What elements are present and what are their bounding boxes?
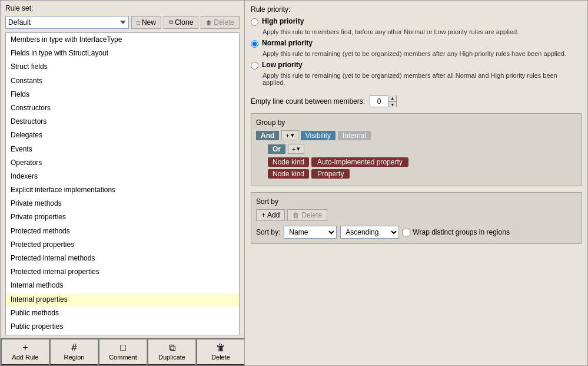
new-button[interactable]: □ New: [131, 16, 161, 29]
visibility-tag[interactable]: Visibility: [301, 131, 335, 140]
sort-delete-icon: 🗑: [293, 211, 300, 219]
low-priority-option: Low priority: [251, 61, 582, 70]
sort-by-label: Sort by:: [256, 228, 280, 236]
or-button[interactable]: Or: [268, 144, 285, 154]
add-or-condition-button[interactable]: + ▾: [288, 144, 304, 154]
node-kind-tag-1[interactable]: Node kind: [268, 157, 309, 167]
region-button[interactable]: # Region: [49, 338, 98, 365]
rule-list-item[interactable]: Private methods: [6, 197, 239, 210]
high-priority-radio[interactable]: [251, 18, 258, 26]
low-priority-desc: Apply this rule to remaining (yet to be …: [263, 72, 582, 86]
rule-list-item[interactable]: Struct fields: [6, 60, 239, 74]
or-block: Or + ▾ Node kind Auto-implemented proper…: [268, 144, 576, 179]
sort-name-select[interactable]: Name Kind Visibility: [284, 226, 337, 239]
add-rule-icon: +: [22, 343, 28, 352]
sort-delete-button[interactable]: 🗑 Delete: [287, 209, 327, 221]
rule-list-item[interactable]: Public methods: [6, 306, 239, 320]
duplicate-button[interactable]: ⧉ Duplicate: [147, 338, 196, 365]
high-priority-label: High priority: [262, 17, 304, 25]
or-row: Or + ▾: [268, 144, 576, 154]
low-priority-label: Low priority: [262, 61, 303, 69]
bottom-delete-icon: 🗑: [216, 343, 225, 352]
main-container: Rule set: Default □ New ⧉ Clone 🗑 Delete…: [0, 0, 588, 366]
rule-list-item[interactable]: Destructors: [6, 115, 239, 128]
rule-list-item[interactable]: Delegates: [6, 128, 239, 142]
rule-list-item[interactable]: Constructors: [6, 101, 239, 115]
rule-list-item[interactable]: Fields: [6, 88, 239, 101]
internal-tag[interactable]: Internal: [338, 131, 371, 140]
rule-list-item[interactable]: Protected properties: [6, 238, 239, 252]
new-icon: □: [137, 19, 140, 26]
normal-priority-option: Normal priority: [251, 39, 582, 48]
sort-row: Sort by: Name Kind Visibility Ascending …: [256, 226, 576, 239]
high-priority-desc: Apply this rule to members first, before…: [263, 28, 582, 35]
node-kind-row-2: Node kind Property: [268, 169, 576, 179]
rule-list-item[interactable]: Protected methods: [6, 225, 239, 238]
rule-set-label: Rule set:: [1, 1, 244, 15]
clone-icon: ⧉: [169, 19, 173, 26]
sort-add-button[interactable]: + Add: [256, 209, 285, 221]
rule-list-item[interactable]: Protected internal properties: [6, 265, 239, 279]
clone-button[interactable]: ⧉ Clone: [164, 16, 198, 29]
region-icon: #: [72, 343, 77, 352]
comment-button[interactable]: □ Comment: [98, 338, 147, 365]
priority-section: High priority Apply this rule to members…: [251, 17, 582, 90]
rule-set-toolbar: Default □ New ⧉ Clone 🗑 Delete: [1, 15, 244, 32]
rule-list-item[interactable]: Private properties: [6, 210, 239, 224]
rule-priority-label: Rule priority:: [251, 5, 582, 14]
normal-priority-desc: Apply this rule to remaining (yet to be …: [263, 50, 582, 57]
sort-by-title: Sort by: [256, 197, 576, 206]
rule-set-select[interactable]: Default: [5, 16, 129, 29]
empty-line-input[interactable]: [370, 96, 388, 107]
comment-icon: □: [120, 343, 126, 352]
rule-list-item[interactable]: Protected internal methods: [6, 252, 239, 265]
delete-button[interactable]: 🗑 Delete: [201, 16, 240, 29]
empty-line-row: Empty line count between members: ▲ ▼: [251, 95, 582, 107]
bottom-delete-button[interactable]: 🗑 Delete: [196, 338, 244, 365]
chevron-icon: ▾: [291, 131, 294, 139]
or-chevron-icon: ▾: [297, 145, 300, 153]
node-kind-tag-2[interactable]: Node kind: [268, 169, 309, 179]
rule-list-item[interactable]: Internal methods: [6, 279, 239, 292]
rule-list-item[interactable]: Fields in type with StructLayout: [6, 47, 239, 60]
and-row: And + ▾ Visibility Internal: [256, 130, 576, 140]
add-rule-button[interactable]: + Add Rule: [1, 338, 49, 365]
wrap-checkbox[interactable]: [403, 229, 410, 236]
group-by-section: Group by And + ▾ Visibility Internal Or …: [251, 113, 582, 186]
right-panel: Rule priority: High priority Apply this …: [245, 1, 587, 365]
auto-implemented-tag[interactable]: Auto-implemented property: [311, 157, 408, 167]
rule-list-item[interactable]: Public properties: [6, 320, 239, 334]
rule-list-item[interactable]: Operators: [6, 156, 239, 170]
empty-line-label: Empty line count between members:: [251, 97, 365, 105]
node-kind-row-1: Node kind Auto-implemented property: [268, 157, 576, 167]
spin-up[interactable]: ▲: [388, 95, 396, 102]
spin-down[interactable]: ▼: [388, 102, 396, 108]
property-tag[interactable]: Property: [311, 169, 350, 179]
rule-list-item[interactable]: Indexers: [6, 170, 239, 183]
rule-list-item[interactable]: Explicit interface implementations: [6, 183, 239, 197]
sort-order-select[interactable]: Ascending Descending: [340, 226, 399, 239]
bottom-toolbar: + Add Rule # Region □ Comment ⧉ Duplicat…: [1, 338, 244, 365]
rule-list-item[interactable]: Internal properties: [6, 293, 239, 306]
delete-icon: 🗑: [206, 19, 212, 26]
spin-buttons: ▲ ▼: [388, 95, 396, 107]
sort-by-section: Sort by + Add 🗑 Delete Sort by: Name Kin…: [251, 192, 582, 244]
wrap-label: Wrap distinct groups in regions: [413, 228, 510, 236]
and-button[interactable]: And: [256, 131, 279, 140]
wrap-checkbox-label[interactable]: Wrap distinct groups in regions: [403, 228, 510, 236]
high-priority-option: High priority: [251, 17, 582, 26]
rule-list-item[interactable]: Members in type with InterfaceType: [6, 33, 239, 47]
left-panel: Rule set: Default □ New ⧉ Clone 🗑 Delete…: [1, 1, 245, 365]
group-by-title: Group by: [256, 118, 576, 127]
duplicate-icon: ⧉: [169, 343, 175, 352]
rule-list-item[interactable]: Constants: [6, 74, 239, 88]
normal-priority-radio[interactable]: [251, 40, 258, 48]
add-condition-button[interactable]: + ▾: [281, 130, 298, 140]
rule-list[interactable]: Members in type with InterfaceTypeFields…: [5, 32, 240, 335]
low-priority-radio[interactable]: [251, 62, 258, 70]
normal-priority-label: Normal priority: [262, 39, 313, 47]
rule-list-item[interactable]: Events: [6, 143, 239, 156]
plus-icon: +: [285, 132, 289, 139]
sort-add-icon: +: [261, 211, 265, 219]
or-plus-icon: +: [292, 146, 295, 153]
